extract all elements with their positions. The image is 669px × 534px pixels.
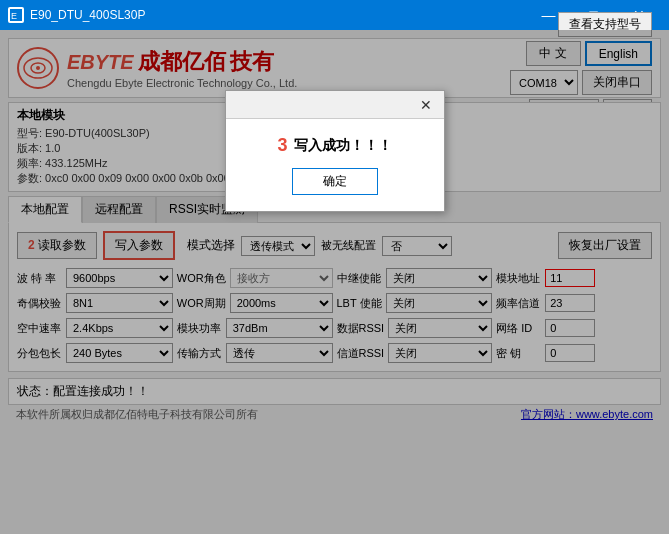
modal-body: 3 写入成功！！！ 确定 (226, 119, 444, 211)
modal-number: 3 (277, 135, 287, 156)
modal-message: 写入成功！！！ (294, 137, 392, 155)
modal-dialog: ✕ 3 写入成功！！！ 确定 (225, 90, 445, 212)
modal-overlay: ✕ 3 写入成功！！！ 确定 (0, 30, 669, 534)
svg-text:E: E (11, 11, 17, 21)
main-window: EBYTE 成都亿佰 技有 Chengdu Ebyte Electronic T… (0, 30, 669, 534)
modal-title-bar: ✕ (226, 91, 444, 119)
modal-ok-button[interactable]: 确定 (292, 168, 378, 195)
window-title: E90_DTU_400SL30P (30, 8, 526, 22)
app-icon: E (8, 7, 24, 23)
modal-close-button[interactable]: ✕ (416, 95, 436, 115)
